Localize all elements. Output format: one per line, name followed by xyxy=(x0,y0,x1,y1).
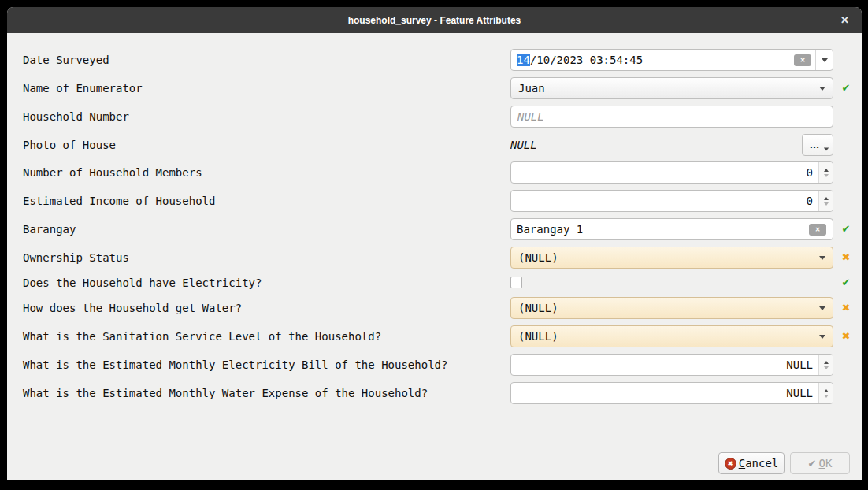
income-spin-buttons[interactable] xyxy=(818,191,833,211)
income-spinbox[interactable]: 0 xyxy=(510,190,833,212)
spin-down-icon[interactable] xyxy=(824,395,829,398)
photo-label: Photo of House xyxy=(23,134,116,156)
row-date-surveyed: Date Surveyed 14/10/2023 03:54:45 ✕ xyxy=(7,49,862,71)
constraint-invalid-icon: ✖ xyxy=(839,325,853,347)
date-selected-segment: 14 xyxy=(517,54,530,66)
electricity-bill-spin-buttons[interactable] xyxy=(818,355,833,375)
barangay-label: Barangay xyxy=(23,218,76,240)
date-surveyed-label: Date Surveyed xyxy=(23,49,109,71)
income-value: 0 xyxy=(511,191,818,211)
spin-up-icon[interactable] xyxy=(824,389,829,392)
chevron-down-icon xyxy=(819,87,825,91)
ownership-label: Ownership Status xyxy=(23,247,129,269)
spin-down-icon[interactable] xyxy=(824,202,829,206)
barangay-field[interactable]: Barangay 1 ✕ xyxy=(510,218,833,240)
close-icon[interactable]: ✕ xyxy=(840,7,849,33)
row-photo: Photo of House NULL … xyxy=(7,134,862,156)
clear-icon[interactable]: ✕ xyxy=(809,224,826,236)
spin-down-icon[interactable] xyxy=(824,174,829,177)
constraint-valid-icon: ✔ xyxy=(839,272,853,294)
photo-value: NULL xyxy=(510,134,537,156)
chevron-down-icon xyxy=(824,148,829,151)
enumerator-value: Juan xyxy=(518,82,545,95)
constraint-valid-icon: ✔ xyxy=(839,77,853,99)
ok-check-icon: ✔ xyxy=(808,458,817,470)
members-label: Number of Household Members xyxy=(23,161,202,184)
cancel-button-label: Cancel xyxy=(739,457,779,470)
electricity-checkbox[interactable] xyxy=(510,277,522,288)
chevron-down-icon xyxy=(819,306,825,310)
ellipsis-icon: … xyxy=(803,135,826,154)
ownership-value: (NULL) xyxy=(518,251,558,264)
date-rest-segment: /10/2023 03:54:45 xyxy=(530,54,643,66)
electricity-bill-value: NULL xyxy=(511,355,818,375)
spin-up-icon[interactable] xyxy=(824,169,829,172)
water-expense-spinbox[interactable]: NULL xyxy=(510,382,833,404)
chevron-down-icon xyxy=(819,335,825,339)
row-barangay: Barangay Barangay 1 ✕ ✔ xyxy=(7,218,862,240)
spin-up-icon[interactable] xyxy=(824,197,829,200)
clear-icon[interactable]: ✕ xyxy=(794,54,811,66)
electricity-label: Does the Household have Electricity? xyxy=(23,272,262,294)
spin-down-icon[interactable] xyxy=(824,366,829,369)
photo-browse-button[interactable]: … xyxy=(802,134,833,156)
ownership-combobox[interactable]: (NULL) xyxy=(510,247,833,269)
chevron-down-icon xyxy=(819,256,825,260)
ok-button[interactable]: ✔ OK xyxy=(790,452,850,474)
window-title: household_survey - Feature Attributes xyxy=(348,15,521,26)
row-ownership: Ownership Status (NULL) ✖ xyxy=(7,247,862,269)
sanitation-label: What is the Sanitation Service Level of … xyxy=(23,325,381,347)
electricity-bill-spinbox[interactable]: NULL xyxy=(510,354,833,376)
titlebar: household_survey - Feature Attributes ✕ xyxy=(7,7,862,33)
members-spin-buttons[interactable] xyxy=(818,162,833,183)
row-electricity: Does the Household have Electricity? ✔ xyxy=(7,272,862,294)
cancel-button[interactable]: ✖ Cancel xyxy=(718,452,785,474)
constraint-invalid-icon: ✖ xyxy=(839,247,853,269)
water-expense-label: What is the Estimated Monthly Water Expe… xyxy=(23,382,428,404)
sanitation-value: (NULL) xyxy=(518,330,558,343)
water-expense-spin-buttons[interactable] xyxy=(818,383,833,403)
water-source-label: How does the Household get Water? xyxy=(23,297,242,319)
row-electricity-bill: What is the Estimated Monthly Electricit… xyxy=(7,354,862,376)
spin-up-icon[interactable] xyxy=(824,361,829,364)
sanitation-combobox[interactable]: (NULL) xyxy=(510,325,833,347)
row-household-number: Household Number xyxy=(7,106,862,128)
row-water-source: How does the Household get Water? (NULL)… xyxy=(7,297,862,319)
constraint-valid-icon: ✔ xyxy=(839,218,853,240)
ok-button-label: OK xyxy=(819,457,833,470)
row-water-expense: What is the Estimated Monthly Water Expe… xyxy=(7,382,862,404)
water-expense-value: NULL xyxy=(511,383,818,403)
date-surveyed-field[interactable]: 14/10/2023 03:54:45 ✕ xyxy=(510,49,833,71)
enumerator-label: Name of Enumerator xyxy=(23,77,143,99)
date-dropdown-button[interactable] xyxy=(815,50,833,70)
row-members: Number of Household Members 0 xyxy=(7,161,862,184)
water-source-combobox[interactable]: (NULL) xyxy=(510,297,833,319)
members-value: 0 xyxy=(511,162,818,183)
chevron-down-icon xyxy=(822,58,828,62)
date-surveyed-value: 14/10/2023 03:54:45 xyxy=(511,50,794,70)
cancel-x-icon: ✖ xyxy=(725,458,736,470)
row-enumerator: Name of Enumerator Juan ✔ xyxy=(7,77,862,99)
barangay-value: Barangay 1 xyxy=(511,219,809,239)
income-label: Estimated Income of Household xyxy=(23,190,215,212)
household-number-input[interactable] xyxy=(510,106,833,128)
feature-attributes-dialog: household_survey - Feature Attributes ✕ … xyxy=(7,7,862,480)
members-spinbox[interactable]: 0 xyxy=(510,161,833,184)
row-sanitation: What is the Sanitation Service Level of … xyxy=(7,325,862,347)
enumerator-combobox[interactable]: Juan xyxy=(510,77,833,99)
household-number-label: Household Number xyxy=(23,106,129,128)
row-income: Estimated Income of Household 0 xyxy=(7,190,862,212)
screen: { "window": { "title": "household_survey… xyxy=(0,0,868,490)
electricity-bill-label: What is the Estimated Monthly Electricit… xyxy=(23,354,447,376)
water-source-value: (NULL) xyxy=(518,302,558,314)
constraint-invalid-icon: ✖ xyxy=(839,297,853,319)
